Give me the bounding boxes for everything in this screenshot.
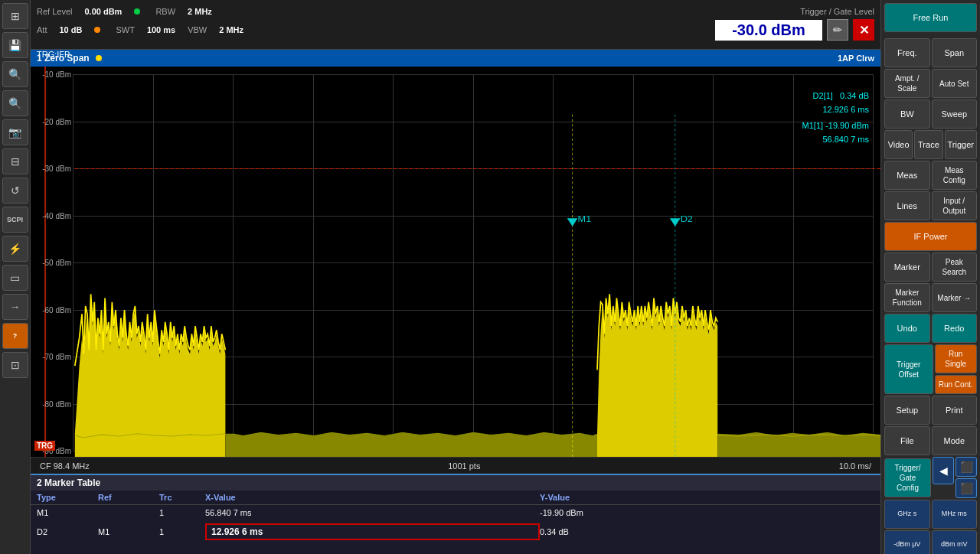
trigger-edit-button[interactable]: ✏ [827, 19, 848, 41]
m1-ms-value: 56.840 7 ms [802, 133, 869, 147]
d2-xvalue-box[interactable]: 12.926 6 ms [205, 523, 540, 540]
marker-button[interactable]: Marker [884, 253, 930, 282]
video-button[interactable]: Video [884, 130, 913, 159]
d2-yvalue: 0.34 dB [540, 527, 874, 536]
trigger-gate-icon2[interactable]: ⬛ [956, 457, 977, 477]
toolbar-home[interactable]: ⊞ [2, 3, 28, 29]
marker-table-title: 2 Marker Table [31, 475, 880, 490]
free-run-button[interactable]: Free Run [884, 3, 977, 32]
toolbar-zoom-out[interactable]: 🔍 [2, 90, 28, 116]
svg-marker-9 [670, 218, 681, 226]
spectrum-dot [96, 55, 102, 61]
unit-row-1: GHz s MHz ms [884, 500, 977, 529]
m1-dbm-value: M1[1] -19.90 dBm [802, 119, 869, 133]
trigger-offset-row: Trigger Offset Run Single Run Cont. [884, 344, 977, 394]
marker-info: D2[1] 0.34 dB 12.926 6 ms M1[1] -19.90 d… [802, 90, 869, 146]
setup-button[interactable]: Setup [884, 396, 930, 425]
col-yvalue: Y-Value [540, 493, 874, 502]
cf-label: CF 98.4 MHz [40, 461, 90, 471]
bw-button[interactable]: BW [884, 99, 930, 129]
freq-span-row: Freq. Span [884, 38, 977, 67]
right-panel: Free Run Freq. Span Ampt. / Scale Auto S… [880, 0, 980, 554]
ref-level-label: Ref Level [37, 7, 72, 16]
toolbar-minus[interactable]: ⊟ [2, 148, 28, 174]
trigger-button[interactable]: Trigger [945, 130, 977, 159]
att-label: Att [37, 25, 47, 34]
toolbar-save[interactable]: 💾 [2, 32, 28, 58]
top-bar: Ref Level 0.00 dBm RBW 2 MHz Trigger / G… [31, 0, 880, 50]
col-ref: Ref [98, 493, 159, 502]
meas-row: Meas Meas Config [884, 161, 977, 190]
trigger-close-button[interactable]: ✕ [853, 19, 874, 41]
if-power-button[interactable]: IF Power [884, 222, 977, 251]
sweep-button[interactable]: Sweep [932, 99, 978, 129]
trigger-gate-icon3[interactable]: ⬛ [956, 478, 977, 498]
trg-label: TRG [34, 441, 55, 451]
swt-label: SWT [116, 25, 134, 34]
spectrum-mode: 1AP Clrw [838, 54, 874, 63]
marker-row-m1: M1 1 56.840 7 ms -19.90 dBm [31, 505, 880, 520]
toolbar-help[interactable]: ? [2, 323, 28, 349]
peak-search-button[interactable]: Peak Search [932, 253, 978, 282]
marker-table: 2 Marker Table Type Ref Trc X-Value Y-Va… [31, 474, 880, 554]
print-button[interactable]: Print [932, 396, 978, 425]
toolbar-lightning[interactable]: ⚡ [2, 236, 28, 262]
run-cont-button[interactable]: Run Cont. [935, 375, 978, 394]
m1-yvalue: -19.90 dBm [540, 508, 874, 517]
dbm-uv-button[interactable]: -dBm μV [884, 530, 930, 554]
spectrum-bottom: CF 98.4 MHz 1001 pts 10.0 ms/ [31, 457, 880, 474]
file-button[interactable]: File [884, 426, 930, 455]
run-single-button[interactable]: Run Single [935, 344, 978, 373]
toolbar-zoom-in[interactable]: 🔍 [2, 61, 28, 87]
m1-trc: 1 [159, 508, 205, 517]
unit-row-2: -dBm μV dBm mV [884, 530, 977, 554]
swt-bottom-label: 10.0 ms/ [839, 461, 871, 471]
mhz-ms-button[interactable]: MHz ms [932, 500, 978, 529]
undo-redo-row: Undo Redo [884, 314, 977, 343]
ampt-scale-button[interactable]: Ampt. / Scale [884, 69, 930, 98]
m1-type: M1 [37, 508, 98, 517]
lines-button[interactable]: Lines [884, 191, 930, 220]
mode-button[interactable]: Mode [932, 426, 978, 455]
waveform-svg: M1 D2 [31, 67, 880, 474]
svg-marker-6 [567, 218, 578, 226]
trace-button[interactable]: Trace [914, 130, 942, 159]
video-trace-trigger-row: Video Trace Trigger [884, 130, 977, 159]
trigger-gate-config-button[interactable]: Trigger/ Gate Config [884, 458, 931, 497]
svg-marker-2 [597, 298, 717, 474]
toolbar-capture[interactable]: 📷 [2, 119, 28, 145]
marker-function-button[interactable]: Marker Function [884, 283, 930, 312]
toolbar-scpi[interactable]: SCPI [2, 207, 28, 233]
trigger-gate-config-row: Trigger/ Gate Config ◀ ⬛ ⬛ [884, 457, 977, 498]
toolbar-grid[interactable]: ⊡ [2, 352, 28, 378]
toolbar-rect[interactable]: ▭ [2, 265, 28, 291]
spectrum-header: 1 Zero Span 1AP Clrw [31, 50, 880, 67]
input-output-button[interactable]: Input / Output [932, 191, 978, 220]
toolbar-rotate[interactable]: ↺ [2, 178, 28, 204]
meas-config-button[interactable]: Meas Config [932, 161, 978, 190]
redo-button[interactable]: Redo [932, 314, 978, 343]
vbw-value: 2 MHz [219, 25, 243, 34]
d2-ms-value: 12.926 6 ms [802, 103, 869, 117]
swt-value: 100 ms [147, 25, 175, 34]
svg-text:D2: D2 [681, 214, 694, 224]
ghz-s-button[interactable]: GHz s [884, 500, 930, 529]
marker-arrow-button[interactable]: Marker → [932, 283, 978, 312]
trigger-value[interactable]: -30.0 dBm [715, 20, 822, 41]
col-xvalue: X-Value [205, 493, 540, 502]
d2-trc: 1 [159, 527, 205, 536]
toolbar-arrow[interactable]: → [2, 294, 28, 320]
auto-set-button[interactable]: Auto Set [932, 69, 978, 98]
file-mode-row: File Mode [884, 426, 977, 455]
d2-type: D2 [37, 527, 98, 536]
att-value: 10 dB [59, 25, 82, 34]
span-button[interactable]: Span [932, 38, 978, 67]
freq-button[interactable]: Freq. [884, 38, 930, 67]
spectrum-canvas: -10 dBm -20 dBm -30 dBm -40 dBm -50 dBm … [31, 67, 880, 474]
dbm-mv-button[interactable]: dBm mV [932, 530, 978, 554]
undo-button[interactable]: Undo [884, 314, 930, 343]
meas-button[interactable]: Meas [884, 161, 930, 190]
rbw-label: RBW [155, 7, 175, 16]
trigger-offset-button[interactable]: Trigger Offset [884, 344, 933, 394]
trigger-gate-icon1[interactable]: ◀ [933, 457, 954, 484]
